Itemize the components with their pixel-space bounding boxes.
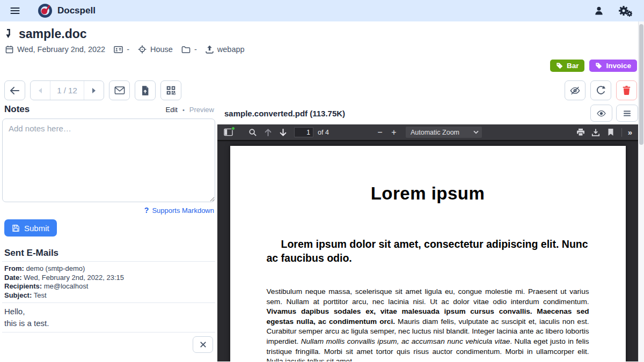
page-scrollbar[interactable]: [638, 21, 644, 362]
download-icon: [591, 128, 600, 137]
pdf-more-tools-button[interactable]: »: [626, 128, 634, 137]
page-title: sample.doc: [19, 27, 87, 41]
mail-date-value: Wed, February 2nd, 2022, 23:15: [24, 274, 124, 282]
pdf-page-input[interactable]: [294, 127, 313, 137]
close-icon: [200, 341, 207, 348]
attachment-pager: 1 / 12: [30, 80, 104, 100]
file-upload-icon: [141, 85, 150, 96]
send-mail-button[interactable]: [109, 80, 130, 100]
eye-icon: [596, 109, 606, 117]
from-label: From:: [4, 264, 24, 272]
sidebar-notification-dot: [231, 127, 235, 130]
pdf-toolbar: of 4 − + Automatic Zoom: [217, 124, 638, 141]
document-meta: Wed, February 2nd, 2022 - House - webapp: [5, 45, 636, 54]
tab-separator-dot: •: [182, 107, 185, 113]
divider: [2, 332, 215, 333]
recipients-label: Recipients:: [4, 282, 42, 290]
markdown-hint-link[interactable]: ? Supports Markdown: [2, 206, 215, 215]
delete-button[interactable]: [616, 80, 637, 100]
bars-icon: [623, 110, 631, 117]
concerning-item: House: [138, 45, 173, 54]
notes-tab-edit[interactable]: Edit: [165, 106, 177, 114]
qr-code-button[interactable]: [160, 80, 181, 100]
pdf-document-subtitle: Lorem ipsum dolor sit amet, consectetur …: [267, 237, 589, 265]
notes-panel: Notes Edit • Preview ? Supports Markdown…: [0, 104, 217, 361]
brand[interactable]: Docspell: [38, 3, 96, 18]
pdf-download-button[interactable]: [589, 126, 603, 139]
mail-date-label: Date:: [4, 274, 22, 282]
pdf-text-run-italic: Nullam mollis convallis ipsum, ac accums…: [301, 337, 510, 345]
mail-body: Hello, this is a test.: [2, 306, 215, 329]
subject-value: Test: [34, 291, 47, 299]
caret-right-icon: [92, 88, 96, 93]
pdf-bookmark-button[interactable]: [604, 126, 618, 139]
notes-tab-preview[interactable]: Preview: [189, 106, 214, 114]
chevron-down-icon: [473, 130, 479, 134]
user-icon[interactable]: [594, 5, 604, 16]
add-file-button[interactable]: [135, 80, 156, 100]
top-navbar: Docspell: [0, 0, 644, 21]
pdf-page-count: of 4: [318, 129, 329, 136]
prev-page-button[interactable]: [31, 81, 50, 100]
docspell-logo-icon: [38, 3, 53, 18]
markdown-hint-label: Supports Markdown: [152, 206, 214, 215]
divider: [2, 302, 215, 303]
folder-value: -: [194, 45, 197, 54]
subject-label: Subject:: [4, 291, 32, 299]
pdf-find-button[interactable]: [246, 126, 260, 139]
tag-icon: [556, 62, 563, 69]
arrow-up-icon: [264, 128, 272, 137]
mail-body-line: this is a test.: [4, 317, 215, 329]
pdf-page-down-button[interactable]: [276, 126, 290, 139]
attachment-panel: sample.converted.pdf (113.75K): [217, 104, 644, 361]
notes-input[interactable]: [2, 119, 215, 202]
divider: [2, 261, 215, 262]
view-original-button[interactable]: [590, 105, 612, 122]
back-button[interactable]: [4, 80, 25, 100]
eye-slash-icon: [569, 86, 581, 95]
envelope-icon: [114, 86, 125, 95]
date-item: Wed, February 2nd, 2022: [5, 45, 105, 54]
pdf-page: Lorem ipsum Lorem ipsum dolor sit amet, …: [230, 146, 626, 361]
menu-icon[interactable]: [9, 4, 21, 17]
refresh-icon: [596, 85, 606, 95]
pdf-sidebar-toggle-button[interactable]: [221, 126, 235, 139]
search-icon: [248, 128, 257, 137]
question-icon: ?: [144, 206, 149, 215]
folder-item: -: [181, 45, 197, 54]
save-icon: [12, 224, 20, 232]
calendar-icon: [5, 45, 13, 54]
scrollbar-thumb[interactable]: [639, 24, 643, 145]
settings-gears-icon[interactable]: [618, 5, 632, 17]
attachment-menu-button[interactable]: [616, 105, 638, 122]
zoom-out-button[interactable]: −: [374, 128, 386, 137]
qr-code-icon: [166, 85, 176, 95]
page-indicator[interactable]: 1 / 12: [50, 81, 84, 100]
concerning-value: House: [150, 45, 173, 54]
date-value: Wed, February 2nd, 2022: [17, 45, 105, 54]
tag-bar[interactable]: Bar: [550, 60, 585, 72]
correspondent-value: -: [127, 45, 129, 54]
recipients-value: me@localhost: [44, 282, 89, 290]
arrow-left-icon: [10, 86, 20, 95]
next-page-button[interactable]: [84, 81, 104, 100]
pdf-page-up-button[interactable]: [261, 126, 275, 139]
mail-body-line: Hello,: [4, 306, 215, 317]
tags-row: Bar Invoice: [0, 54, 644, 72]
tag-invoice[interactable]: Invoice: [589, 60, 637, 72]
arrow-down-icon: [279, 128, 287, 137]
zoom-mode-label: Automatic Zoom: [411, 129, 459, 136]
close-mail-button[interactable]: [193, 336, 213, 353]
submit-button[interactable]: Submit: [4, 219, 57, 237]
source-value: webapp: [217, 45, 245, 54]
trash-icon: [622, 85, 631, 95]
pdf-text-run: Vestibulum neque massa, scelerisque sit …: [267, 287, 589, 306]
pdf-print-button[interactable]: [574, 126, 588, 139]
zoom-mode-select[interactable]: Automatic Zoom: [406, 127, 482, 138]
zoom-in-button[interactable]: +: [387, 128, 400, 137]
crosshair-icon: [138, 45, 147, 54]
reprocess-button[interactable]: [590, 80, 611, 100]
pdf-scroll-area[interactable]: Lorem ipsum Lorem ipsum dolor sit amet, …: [217, 141, 638, 361]
from-value: demo (smtp-demo): [26, 264, 85, 272]
unconfirm-button[interactable]: [565, 80, 586, 100]
